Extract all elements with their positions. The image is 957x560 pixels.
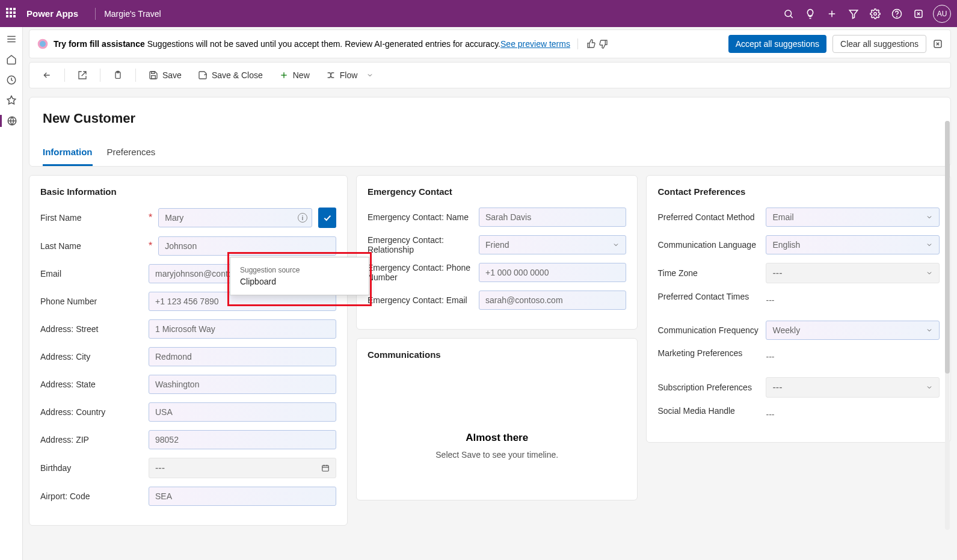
global-header: Power Apps Margie's Travel AU [0,0,957,27]
svg-point-5 [874,12,877,15]
app-launcher-icon[interactable] [6,8,18,20]
svg-point-7 [897,16,897,17]
filter-icon[interactable] [843,3,864,25]
search-icon[interactable] [778,3,799,25]
copilot-header-icon[interactable] [908,3,929,25]
environment-name[interactable]: Margie's Travel [104,9,161,19]
app-name: Power Apps [26,8,78,19]
user-avatar[interactable]: AU [933,5,951,23]
svg-point-0 [785,10,792,17]
settings-gear-icon[interactable] [864,3,886,25]
add-icon[interactable] [821,3,843,25]
svg-marker-4 [849,10,858,19]
svg-line-1 [790,16,793,18]
help-icon[interactable] [886,3,908,25]
header-divider [95,8,96,20]
lightbulb-icon[interactable] [799,3,821,25]
